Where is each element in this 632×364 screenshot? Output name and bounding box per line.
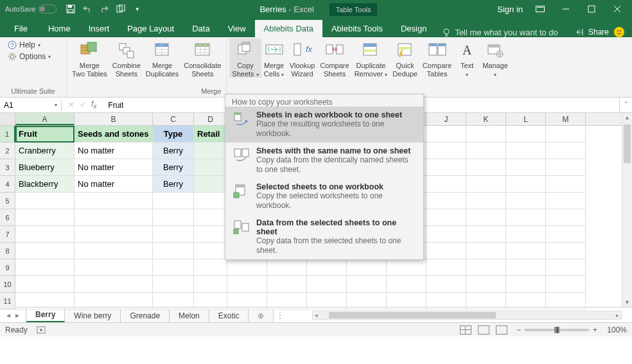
row-header[interactable]: 3 bbox=[0, 159, 15, 176]
merge-duplicates-button[interactable]: Merge Duplicates bbox=[143, 39, 181, 78]
col-header-B[interactable]: B bbox=[75, 113, 153, 125]
vlookup-wizard-button[interactable]: fxVlookup Wizard bbox=[287, 39, 318, 78]
page-break-view-button[interactable] bbox=[496, 325, 507, 334]
quick-dedupe-button[interactable]: Quick Dedupe bbox=[390, 39, 420, 78]
tab-page-layout[interactable]: Page Layout bbox=[118, 20, 183, 37]
cell[interactable]: Blueberry bbox=[15, 159, 75, 176]
combine-sheets-button[interactable]: Combine Sheets bbox=[110, 39, 143, 78]
zoom-level[interactable]: 100% bbox=[601, 325, 627, 334]
scroll-left-icon[interactable]: ◂ bbox=[313, 312, 320, 318]
cell[interactable]: Type bbox=[153, 126, 194, 143]
col-header-J[interactable]: J bbox=[426, 113, 466, 125]
sheet-tab-melon[interactable]: Melon bbox=[170, 309, 209, 322]
minimize-icon[interactable] bbox=[557, 3, 574, 15]
dropdown-item-sheets-each-workbook[interactable]: Sheets in each workbook to one sheetPlac… bbox=[225, 107, 423, 143]
cell[interactable] bbox=[194, 143, 227, 159]
row-header[interactable]: 8 bbox=[0, 243, 15, 259]
fx-icon[interactable]: fx bbox=[91, 100, 96, 110]
row-headers[interactable]: 1 2 3 4 5 6 7 8 9 10 11 bbox=[0, 126, 15, 309]
table-row[interactable] bbox=[15, 259, 632, 276]
tab-ablebits-data[interactable]: Ablebits Data bbox=[255, 20, 322, 37]
tell-me-search[interactable]: Tell me what you want to do bbox=[435, 28, 568, 37]
expand-formula-bar-icon[interactable]: ˅ bbox=[619, 98, 632, 112]
cell[interactable]: Cranberry bbox=[15, 143, 75, 159]
cell[interactable]: Seeds and stones bbox=[75, 126, 153, 143]
consolidate-sheets-button[interactable]: Consolidate Sheets bbox=[181, 39, 224, 78]
normal-view-button[interactable] bbox=[460, 325, 471, 334]
select-all-corner[interactable] bbox=[0, 113, 15, 125]
tab-home[interactable]: Home bbox=[39, 20, 80, 37]
sheet-tab-grenade[interactable]: Grenade bbox=[121, 309, 170, 322]
save-icon[interactable] bbox=[66, 4, 76, 14]
scroll-right-icon[interactable]: ▸ bbox=[614, 312, 621, 318]
options-button[interactable]: Options▾ bbox=[6, 51, 52, 62]
row-header[interactable]: 5 bbox=[0, 193, 15, 209]
dropdown-item-selected-workbook[interactable]: Selected sheets to one workbookCopy the … bbox=[225, 178, 423, 214]
row-header[interactable]: 10 bbox=[0, 276, 15, 293]
cell[interactable]: Berry bbox=[153, 143, 194, 159]
feedback-smiley-icon[interactable] bbox=[614, 27, 624, 37]
qat-customize-icon[interactable]: ▼ bbox=[132, 4, 143, 14]
row-header[interactable]: 11 bbox=[0, 293, 15, 309]
cell[interactable]: Berry bbox=[153, 176, 194, 193]
share-button[interactable]: Share bbox=[576, 28, 609, 37]
sheet-tab-berry[interactable]: Berry bbox=[26, 308, 65, 322]
cell[interactable]: Fruit bbox=[15, 126, 75, 143]
close-icon[interactable] bbox=[609, 3, 626, 15]
copy-sheets-button[interactable]: Copy Sheets ▾ bbox=[229, 39, 261, 78]
col-header-M[interactable]: M bbox=[546, 113, 586, 125]
col-header-D[interactable]: D bbox=[194, 113, 227, 125]
name-box[interactable]: A1 ▾ bbox=[0, 100, 62, 111]
scroll-up-icon[interactable]: ▲ bbox=[622, 114, 632, 121]
zoom-control[interactable]: − + 100% bbox=[516, 325, 627, 334]
compare-tables-button[interactable]: Compare Tables bbox=[420, 39, 454, 78]
tab-design[interactable]: Design bbox=[392, 20, 435, 37]
merge-cells-button[interactable]: Merge Cells ▾ bbox=[261, 39, 287, 78]
macro-record-icon[interactable] bbox=[37, 326, 46, 334]
col-header-K[interactable]: K bbox=[466, 113, 506, 125]
row-header[interactable]: 4 bbox=[0, 176, 15, 193]
manage-button[interactable]: Manage▾ bbox=[480, 39, 511, 78]
sign-in-link[interactable]: Sign in bbox=[497, 4, 523, 14]
scroll-thumb[interactable] bbox=[329, 312, 496, 318]
new-sheet-button[interactable]: ⊕ bbox=[249, 309, 274, 322]
dropdown-item-data-selected[interactable]: Data from the selected sheets to one she… bbox=[225, 214, 423, 259]
tab-insert[interactable]: Insert bbox=[80, 20, 119, 37]
sheet-nav-next-icon[interactable]: ▸ bbox=[15, 311, 19, 320]
table-row[interactable] bbox=[15, 293, 632, 309]
cancel-formula-icon[interactable]: ✕ bbox=[68, 100, 75, 109]
cell[interactable]: No matter bbox=[75, 143, 153, 159]
help-button[interactable]: ?Help▾ bbox=[6, 40, 52, 50]
zoom-in-button[interactable]: + bbox=[593, 325, 597, 334]
cell[interactable] bbox=[194, 176, 227, 193]
row-header[interactable]: 9 bbox=[0, 259, 15, 276]
page-layout-view-button[interactable] bbox=[478, 325, 489, 334]
sheet-nav-prev-icon[interactable]: ◂ bbox=[6, 311, 10, 320]
sheet-tab-wine-berry[interactable]: Wine berry bbox=[65, 309, 121, 322]
col-header-L[interactable]: L bbox=[506, 113, 546, 125]
ribbon-display-options-icon[interactable] bbox=[532, 3, 549, 15]
qat-extra-icon[interactable] bbox=[116, 4, 126, 14]
zoom-out-button[interactable]: − bbox=[516, 325, 521, 334]
col-header-C[interactable]: C bbox=[153, 113, 194, 125]
col-header-A[interactable]: A bbox=[15, 113, 75, 125]
tab-view[interactable]: View bbox=[219, 20, 255, 37]
tab-ablebits-tools[interactable]: Ablebits Tools bbox=[322, 20, 392, 37]
redo-icon[interactable] bbox=[99, 4, 109, 14]
duplicate-remover-button[interactable]: Duplicate Remover ▾ bbox=[352, 39, 391, 78]
merge-two-tables-button[interactable]: Merge Two Tables bbox=[69, 39, 110, 78]
row-header[interactable]: 7 bbox=[0, 226, 15, 243]
cell[interactable]: Berry bbox=[153, 159, 194, 176]
scroll-down-icon[interactable]: ▼ bbox=[622, 299, 632, 306]
undo-icon[interactable] bbox=[82, 4, 92, 14]
compare-sheets-button[interactable]: Compare Sheets bbox=[317, 39, 351, 78]
cell[interactable]: No matter bbox=[75, 159, 153, 176]
maximize-icon[interactable] bbox=[583, 3, 600, 15]
tab-data[interactable]: Data bbox=[183, 20, 218, 37]
autosave-toggle[interactable]: AutoSave bbox=[0, 4, 62, 13]
tab-file[interactable]: File bbox=[3, 20, 39, 37]
table-row[interactable] bbox=[15, 276, 632, 293]
horizontal-scrollbar[interactable]: ◂ ▸ bbox=[312, 311, 622, 320]
row-header[interactable]: 2 bbox=[0, 143, 15, 159]
row-header[interactable]: 1 bbox=[0, 126, 15, 143]
